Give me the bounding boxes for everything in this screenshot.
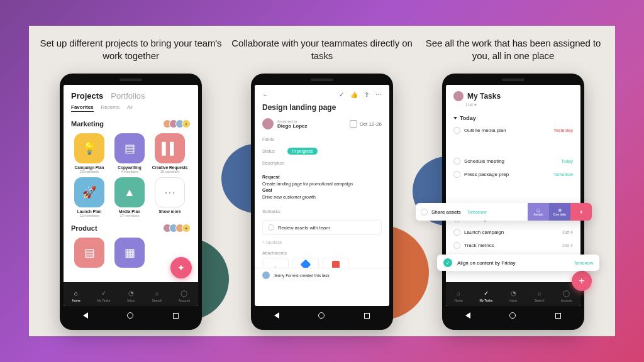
person-icon: ◯ — [536, 208, 540, 212]
check-circle-icon[interactable] — [421, 209, 428, 216]
subtab-recents[interactable]: Recents — [101, 104, 119, 112]
check-circle-icon[interactable] — [453, 158, 460, 165]
like-icon[interactable]: 👍 — [350, 91, 358, 98]
task-row[interactable]: Press package prepTomorrow — [446, 168, 580, 181]
home-icon: ⌂ — [72, 289, 80, 298]
more-icon[interactable]: ⋯ — [375, 91, 382, 98]
check-circle-icon[interactable] — [268, 224, 274, 231]
android-back[interactable] — [465, 312, 470, 319]
swipe-assign[interactable]: ◯Assign — [528, 203, 549, 221]
member-avatars[interactable]: + — [165, 119, 191, 128]
android-recents[interactable] — [364, 313, 370, 319]
check-circle-icon[interactable] — [453, 127, 460, 134]
panel-projects: Set up different projects to bring your … — [38, 37, 224, 336]
project-tile[interactable]: ▦ — [111, 238, 148, 268]
android-home[interactable] — [318, 312, 325, 319]
phone-speaker — [311, 79, 333, 81]
nav-search[interactable]: ⌕Search — [535, 289, 545, 302]
check-circle-icon[interactable] — [453, 242, 460, 249]
nav-inbox[interactable]: ◔Inbox — [126, 289, 135, 302]
nav-search[interactable]: ⌕Search — [152, 289, 162, 302]
nav-home[interactable]: ⌂Home — [72, 289, 80, 302]
headline-1: Set up different projects to bring your … — [38, 37, 224, 63]
check-circle-icon[interactable] — [453, 229, 460, 236]
view-dropdown[interactable]: List ▾ — [446, 102, 580, 111]
kanban-icon: ▌▌ — [155, 133, 185, 163]
subtab-favorites[interactable]: Favorites — [71, 104, 94, 112]
task-row[interactable]: Track metricsOct 4 — [446, 239, 580, 252]
task-row[interactable]: Launch campaignOct 4 — [446, 226, 580, 239]
sparkle-icon: ✦ — [177, 263, 185, 273]
nav-account[interactable]: ◯Account — [561, 289, 572, 302]
task-row[interactable]: Outline media planYesterday — [446, 124, 580, 137]
bell-icon: ◔ — [509, 289, 518, 298]
android-back[interactable] — [274, 312, 279, 319]
android-home[interactable] — [509, 312, 516, 319]
share-icon[interactable]: ⇪ — [364, 91, 369, 98]
swipe-delete[interactable]: 🗑 — [570, 203, 592, 221]
nav-mytasks[interactable]: ✓My Tasks — [479, 289, 492, 302]
lightbulb-icon: 💡 — [74, 133, 104, 163]
tab-projects[interactable]: Projects — [71, 91, 103, 101]
bottom-nav — [255, 282, 389, 306]
list-icon: ▤ — [74, 238, 104, 268]
tab-portfolios[interactable]: Portfolios — [111, 91, 145, 101]
screen-mytasks: My Tasks List ▾ Today Outline media plan… — [446, 85, 580, 306]
subtask-row[interactable]: Review assets with team — [262, 220, 382, 235]
marketing-stage: Set up different projects to bring your … — [29, 26, 615, 336]
page-title: My Tasks — [467, 92, 501, 101]
android-recents[interactable] — [555, 313, 561, 319]
screen-projects: Projects Portfolios Favorites Recents Al… — [64, 85, 198, 306]
avatar[interactable] — [262, 118, 274, 129]
android-recents[interactable] — [173, 313, 179, 319]
calendar-icon: ▦ — [114, 238, 145, 268]
trash-icon: 🗑 — [580, 210, 583, 214]
check-circle-icon[interactable] — [453, 171, 460, 178]
nav-account[interactable]: ◯Account — [179, 289, 190, 302]
avatar — [262, 272, 270, 279]
project-tile[interactable]: ▌▌Creative Requests15 members — [152, 133, 188, 173]
swipe-task-card[interactable]: Share assets Tomorrow ◯Assign ▦Due date … — [416, 203, 592, 221]
complete-icon[interactable]: ✓ — [339, 91, 344, 98]
member-avatars[interactable]: + — [165, 224, 191, 233]
section-marketing: Marketing — [71, 120, 104, 128]
person-icon: ◯ — [180, 289, 189, 298]
avatar-more[interactable]: + — [182, 224, 191, 233]
back-button[interactable]: ← — [262, 91, 269, 98]
check-filled-icon[interactable]: ✓ — [443, 258, 452, 267]
project-tile[interactable]: ▲Media Plan17 members — [111, 177, 148, 217]
headline-2: Collaborate with your teammates directly… — [229, 37, 415, 63]
highlight-task-card[interactable]: ✓ Align on content by Friday Tomorrow — [437, 255, 599, 271]
create-fab[interactable]: + — [572, 271, 592, 291]
create-fab[interactable]: ✦ — [170, 257, 192, 278]
task-title: Design landing page — [255, 102, 389, 117]
project-tile[interactable]: ▤ — [71, 238, 108, 268]
nav-inbox[interactable]: ◔Inbox — [509, 289, 518, 302]
search-icon: ⌕ — [153, 289, 162, 298]
nav-mytasks[interactable]: ✓My Tasks — [97, 289, 110, 302]
subtab-all[interactable]: All — [127, 104, 133, 112]
android-home[interactable] — [127, 312, 133, 319]
swipe-duedate[interactable]: ▦Due date — [549, 203, 570, 221]
description-body: Request Create landing page for promotio… — [255, 169, 389, 206]
project-tile[interactable]: ▤Copywriting4 members — [111, 133, 148, 173]
phone-speaker — [502, 79, 525, 81]
rocket-icon: 🚀 — [74, 177, 104, 207]
task-row[interactable]: Schedule meetingToday — [446, 155, 580, 168]
check-icon: ✓ — [482, 289, 491, 298]
nav-home[interactable]: ⌂Home — [454, 289, 463, 302]
add-subtask[interactable]: + Subtask — [255, 238, 389, 247]
due-date[interactable]: Oct 12-26 — [350, 120, 382, 128]
status-pill[interactable]: In progress — [287, 148, 318, 155]
description-heading: Description — [255, 157, 389, 169]
avatar[interactable] — [453, 91, 464, 101]
show-more-tile[interactable]: ⋯Show more — [152, 177, 188, 217]
group-today[interactable]: Today — [446, 111, 580, 124]
android-back[interactable] — [83, 312, 88, 319]
phone-frame: Projects Portfolios Favorites Recents Al… — [60, 74, 202, 330]
assignee-name[interactable]: Diego Lopez — [277, 123, 308, 129]
pdf-icon — [332, 261, 340, 268]
project-tile[interactable]: 🚀Launch Plan12 members — [71, 177, 108, 217]
project-tile[interactable]: 💡Campaign Plan23 members — [71, 133, 108, 173]
avatar-more[interactable]: + — [182, 119, 191, 128]
